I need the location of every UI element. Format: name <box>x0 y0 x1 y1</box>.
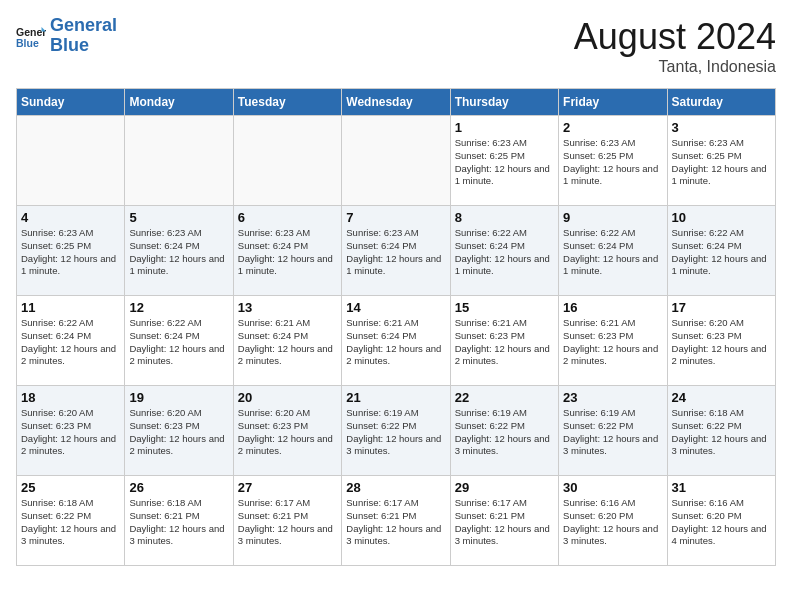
day-info: Sunrise: 6:21 AM Sunset: 6:23 PM Dayligh… <box>455 317 554 368</box>
day-info: Sunrise: 6:22 AM Sunset: 6:24 PM Dayligh… <box>129 317 228 368</box>
day-info: Sunrise: 6:23 AM Sunset: 6:25 PM Dayligh… <box>455 137 554 188</box>
day-cell-13: 13Sunrise: 6:21 AM Sunset: 6:24 PM Dayli… <box>233 296 341 386</box>
day-info: Sunrise: 6:23 AM Sunset: 6:25 PM Dayligh… <box>21 227 120 278</box>
weekday-header-monday: Monday <box>125 89 233 116</box>
calendar-week-1: 1Sunrise: 6:23 AM Sunset: 6:25 PM Daylig… <box>17 116 776 206</box>
day-info: Sunrise: 6:20 AM Sunset: 6:23 PM Dayligh… <box>129 407 228 458</box>
weekday-header-thursday: Thursday <box>450 89 558 116</box>
day-cell-30: 30Sunrise: 6:16 AM Sunset: 6:20 PM Dayli… <box>559 476 667 566</box>
day-number: 28 <box>346 480 445 495</box>
day-info: Sunrise: 6:17 AM Sunset: 6:21 PM Dayligh… <box>455 497 554 548</box>
day-cell-8: 8Sunrise: 6:22 AM Sunset: 6:24 PM Daylig… <box>450 206 558 296</box>
day-info: Sunrise: 6:22 AM Sunset: 6:24 PM Dayligh… <box>21 317 120 368</box>
day-info: Sunrise: 6:18 AM Sunset: 6:21 PM Dayligh… <box>129 497 228 548</box>
title-block: August 2024 Tanta, Indonesia <box>574 16 776 76</box>
weekday-header-sunday: Sunday <box>17 89 125 116</box>
day-info: Sunrise: 6:18 AM Sunset: 6:22 PM Dayligh… <box>21 497 120 548</box>
weekday-header-wednesday: Wednesday <box>342 89 450 116</box>
day-number: 18 <box>21 390 120 405</box>
calendar-week-4: 18Sunrise: 6:20 AM Sunset: 6:23 PM Dayli… <box>17 386 776 476</box>
day-number: 3 <box>672 120 771 135</box>
day-cell-25: 25Sunrise: 6:18 AM Sunset: 6:22 PM Dayli… <box>17 476 125 566</box>
logo-text: GeneralBlue <box>50 16 117 56</box>
day-cell-7: 7Sunrise: 6:23 AM Sunset: 6:24 PM Daylig… <box>342 206 450 296</box>
day-info: Sunrise: 6:23 AM Sunset: 6:24 PM Dayligh… <box>238 227 337 278</box>
day-info: Sunrise: 6:23 AM Sunset: 6:25 PM Dayligh… <box>672 137 771 188</box>
day-info: Sunrise: 6:18 AM Sunset: 6:22 PM Dayligh… <box>672 407 771 458</box>
day-number: 5 <box>129 210 228 225</box>
day-number: 2 <box>563 120 662 135</box>
day-number: 20 <box>238 390 337 405</box>
day-cell-15: 15Sunrise: 6:21 AM Sunset: 6:23 PM Dayli… <box>450 296 558 386</box>
weekday-header-friday: Friday <box>559 89 667 116</box>
day-number: 16 <box>563 300 662 315</box>
day-cell-24: 24Sunrise: 6:18 AM Sunset: 6:22 PM Dayli… <box>667 386 775 476</box>
logo: General Blue GeneralBlue <box>16 16 117 56</box>
day-info: Sunrise: 6:17 AM Sunset: 6:21 PM Dayligh… <box>238 497 337 548</box>
day-info: Sunrise: 6:21 AM Sunset: 6:23 PM Dayligh… <box>563 317 662 368</box>
day-info: Sunrise: 6:16 AM Sunset: 6:20 PM Dayligh… <box>563 497 662 548</box>
location: Tanta, Indonesia <box>574 58 776 76</box>
day-cell-9: 9Sunrise: 6:22 AM Sunset: 6:24 PM Daylig… <box>559 206 667 296</box>
day-info: Sunrise: 6:22 AM Sunset: 6:24 PM Dayligh… <box>455 227 554 278</box>
day-number: 25 <box>21 480 120 495</box>
weekday-header-saturday: Saturday <box>667 89 775 116</box>
day-number: 24 <box>672 390 771 405</box>
day-number: 31 <box>672 480 771 495</box>
day-cell-10: 10Sunrise: 6:22 AM Sunset: 6:24 PM Dayli… <box>667 206 775 296</box>
day-cell-26: 26Sunrise: 6:18 AM Sunset: 6:21 PM Dayli… <box>125 476 233 566</box>
calendar-week-5: 25Sunrise: 6:18 AM Sunset: 6:22 PM Dayli… <box>17 476 776 566</box>
day-number: 10 <box>672 210 771 225</box>
day-cell-20: 20Sunrise: 6:20 AM Sunset: 6:23 PM Dayli… <box>233 386 341 476</box>
weekday-header-row: SundayMondayTuesdayWednesdayThursdayFrid… <box>17 89 776 116</box>
day-cell-14: 14Sunrise: 6:21 AM Sunset: 6:24 PM Dayli… <box>342 296 450 386</box>
day-cell-18: 18Sunrise: 6:20 AM Sunset: 6:23 PM Dayli… <box>17 386 125 476</box>
empty-cell <box>342 116 450 206</box>
day-number: 13 <box>238 300 337 315</box>
logo-icon: General Blue <box>16 21 46 51</box>
month-year: August 2024 <box>574 16 776 58</box>
day-info: Sunrise: 6:22 AM Sunset: 6:24 PM Dayligh… <box>563 227 662 278</box>
day-number: 14 <box>346 300 445 315</box>
day-cell-21: 21Sunrise: 6:19 AM Sunset: 6:22 PM Dayli… <box>342 386 450 476</box>
day-cell-22: 22Sunrise: 6:19 AM Sunset: 6:22 PM Dayli… <box>450 386 558 476</box>
day-info: Sunrise: 6:23 AM Sunset: 6:25 PM Dayligh… <box>563 137 662 188</box>
day-info: Sunrise: 6:22 AM Sunset: 6:24 PM Dayligh… <box>672 227 771 278</box>
day-number: 23 <box>563 390 662 405</box>
page-header: General Blue GeneralBlue August 2024 Tan… <box>16 16 776 76</box>
day-cell-17: 17Sunrise: 6:20 AM Sunset: 6:23 PM Dayli… <box>667 296 775 386</box>
day-info: Sunrise: 6:17 AM Sunset: 6:21 PM Dayligh… <box>346 497 445 548</box>
day-cell-11: 11Sunrise: 6:22 AM Sunset: 6:24 PM Dayli… <box>17 296 125 386</box>
day-info: Sunrise: 6:23 AM Sunset: 6:24 PM Dayligh… <box>129 227 228 278</box>
day-number: 1 <box>455 120 554 135</box>
day-info: Sunrise: 6:19 AM Sunset: 6:22 PM Dayligh… <box>346 407 445 458</box>
day-cell-31: 31Sunrise: 6:16 AM Sunset: 6:20 PM Dayli… <box>667 476 775 566</box>
day-cell-5: 5Sunrise: 6:23 AM Sunset: 6:24 PM Daylig… <box>125 206 233 296</box>
calendar-table: SundayMondayTuesdayWednesdayThursdayFrid… <box>16 88 776 566</box>
day-number: 27 <box>238 480 337 495</box>
calendar-week-3: 11Sunrise: 6:22 AM Sunset: 6:24 PM Dayli… <box>17 296 776 386</box>
day-number: 30 <box>563 480 662 495</box>
day-info: Sunrise: 6:16 AM Sunset: 6:20 PM Dayligh… <box>672 497 771 548</box>
day-cell-16: 16Sunrise: 6:21 AM Sunset: 6:23 PM Dayli… <box>559 296 667 386</box>
day-number: 9 <box>563 210 662 225</box>
day-cell-6: 6Sunrise: 6:23 AM Sunset: 6:24 PM Daylig… <box>233 206 341 296</box>
day-number: 17 <box>672 300 771 315</box>
day-cell-23: 23Sunrise: 6:19 AM Sunset: 6:22 PM Dayli… <box>559 386 667 476</box>
svg-text:Blue: Blue <box>16 36 39 48</box>
day-number: 21 <box>346 390 445 405</box>
day-cell-2: 2Sunrise: 6:23 AM Sunset: 6:25 PM Daylig… <box>559 116 667 206</box>
day-number: 15 <box>455 300 554 315</box>
day-cell-1: 1Sunrise: 6:23 AM Sunset: 6:25 PM Daylig… <box>450 116 558 206</box>
day-number: 19 <box>129 390 228 405</box>
empty-cell <box>125 116 233 206</box>
empty-cell <box>17 116 125 206</box>
day-number: 6 <box>238 210 337 225</box>
day-info: Sunrise: 6:20 AM Sunset: 6:23 PM Dayligh… <box>21 407 120 458</box>
day-number: 8 <box>455 210 554 225</box>
day-info: Sunrise: 6:20 AM Sunset: 6:23 PM Dayligh… <box>238 407 337 458</box>
day-number: 22 <box>455 390 554 405</box>
day-cell-3: 3Sunrise: 6:23 AM Sunset: 6:25 PM Daylig… <box>667 116 775 206</box>
day-info: Sunrise: 6:19 AM Sunset: 6:22 PM Dayligh… <box>455 407 554 458</box>
weekday-header-tuesday: Tuesday <box>233 89 341 116</box>
